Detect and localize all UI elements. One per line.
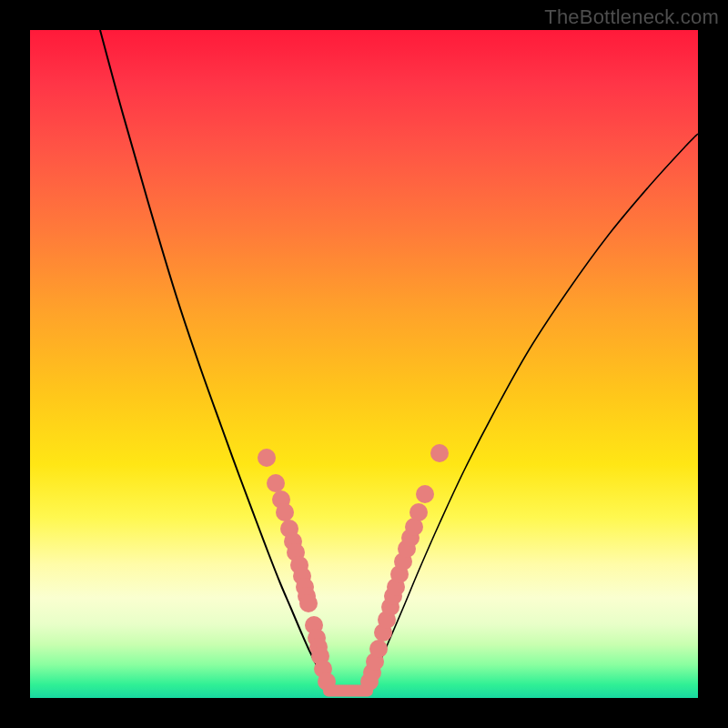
- left-curve: [100, 30, 330, 687]
- watermark-text: TheBottleneck.com: [544, 5, 719, 29]
- marker-dot: [416, 485, 434, 503]
- marker-dot: [299, 594, 318, 612]
- marker-dot: [318, 672, 336, 691]
- chart-svg: [30, 30, 698, 698]
- marker-dot: [410, 503, 428, 521]
- marker-dot: [276, 503, 294, 521]
- plot-area: [30, 30, 698, 698]
- chart-frame: TheBottleneck.com: [0, 0, 728, 728]
- marker-dot: [369, 640, 388, 658]
- right-curve: [367, 134, 698, 690]
- marker-dot: [258, 449, 276, 467]
- left-markers: [258, 449, 336, 691]
- marker-dot: [267, 474, 285, 492]
- right-markers: [360, 444, 449, 691]
- marker-dot: [430, 444, 449, 462]
